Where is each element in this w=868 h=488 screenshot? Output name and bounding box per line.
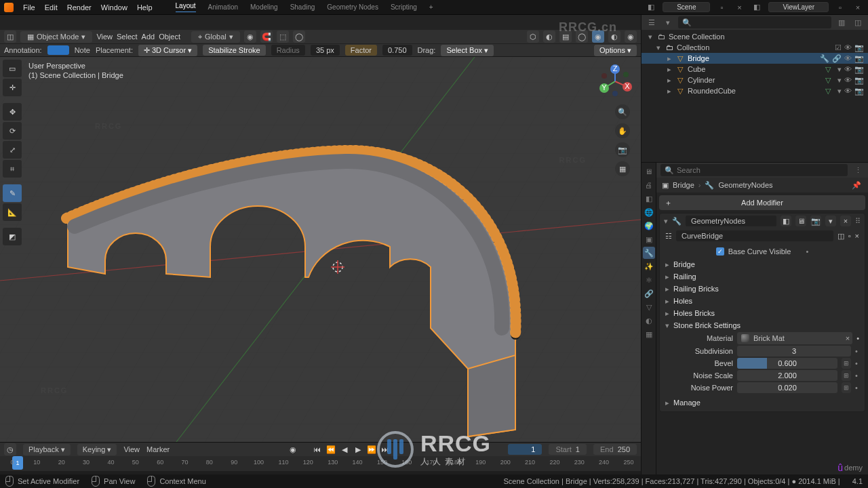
hide-toggle-icon[interactable]: 👁 [844, 54, 852, 63]
section-stone-brick-settings[interactable]: ▾Stone Brick Settings [660, 319, 865, 331]
section-bridge[interactable]: ▸Bridge [660, 258, 865, 270]
section-railing[interactable]: ▸Railing [660, 270, 865, 283]
tab-shading[interactable]: Shading [290, 3, 315, 11]
tree-item-bridge[interactable]: ▸ ▽ Bridge 🔧 🔗 👁📷 [642, 53, 868, 64]
material-clear-icon[interactable]: × [846, 334, 850, 342]
timeline-editor-icon[interactable]: ◷ [4, 443, 16, 455]
menu-render[interactable]: Render [67, 3, 92, 12]
base-curve-visible-row[interactable]: ✓ Base Curve Visible • [660, 245, 865, 258]
outliner-tree[interactable]: ▾ 🗀 Scene Collection ▾ 🗀 Collection ☑👁📷 … [642, 30, 868, 162]
scene-new-icon[interactable]: ▫ [715, 1, 728, 14]
ptab-material-icon[interactable]: ◐ [643, 314, 655, 327]
disable-render-icon[interactable]: 📷 [854, 54, 864, 63]
ptab-data-icon[interactable]: ▽ [643, 301, 655, 313]
tab-scripting[interactable]: Scripting [391, 3, 417, 11]
outliner-new-collection-icon[interactable]: ◫ [852, 16, 864, 28]
tree-item-cylinder[interactable]: ▸ ▽ Cylinder ▽ ▾👁📷 [642, 75, 868, 85]
ng-unlink-icon[interactable]: × [855, 232, 859, 240]
end-frame-field[interactable]: End 250 [593, 444, 637, 455]
snap-toggle[interactable]: 🧲 [260, 30, 273, 43]
tool-annotate[interactable]: ✎ [3, 184, 22, 202]
tree-item-cube[interactable]: ▸ ▽ Cube ▽ ▾👁📷 [642, 64, 868, 75]
overlays-toggle-icon[interactable]: ◐ [543, 30, 555, 43]
hide-toggle-icon[interactable]: 👁 [844, 65, 852, 74]
pivot-icon[interactable]: ◉ [244, 30, 256, 43]
menu-file[interactable]: File [23, 3, 35, 12]
nodetree-icon[interactable]: ☷ [665, 232, 672, 241]
menu-help[interactable]: Help [137, 3, 153, 12]
viewport-menu-add[interactable]: Add [142, 33, 155, 41]
play-icon[interactable]: ▶ [353, 444, 363, 455]
3d-viewport[interactable]: ▭ ✛ ✥ ⟳ ⤢ ⌗ ✎ 📐 ◩ User Perspective (1) S… [0, 57, 641, 442]
timeline-menu-view[interactable]: View [123, 445, 140, 453]
mod-extras-icon[interactable]: ▾ [825, 216, 836, 226]
viewlayer-new-icon[interactable]: ▫ [834, 1, 846, 14]
scene-delete-icon[interactable]: × [733, 1, 745, 14]
disable-render-icon[interactable]: 📷 [854, 87, 864, 96]
tab-modeling[interactable]: Modeling [250, 3, 278, 11]
zoom-icon[interactable]: 🔍 [615, 104, 630, 119]
noise-power-field[interactable]: 0.020 [737, 382, 837, 393]
tool-measure[interactable]: 📐 [3, 203, 22, 221]
outliner-search[interactable]: 🔍 [678, 16, 831, 28]
hide-toggle-icon[interactable]: 👁 [844, 76, 852, 85]
menu-window[interactable]: Window [101, 3, 127, 12]
checkbox-checked-icon[interactable]: ✓ [716, 247, 724, 256]
breadcrumb-modifier[interactable]: GeometryNodes [718, 181, 772, 189]
material-field[interactable]: Brick Mat × [737, 332, 852, 344]
drag-select[interactable]: Select Box ▾ [441, 45, 494, 56]
scene-name-field[interactable]: Scene [663, 2, 710, 12]
ptab-particles-icon[interactable]: ✨ [643, 260, 655, 272]
proportional-edit-icon[interactable]: ◯ [293, 30, 305, 43]
shading-rendered-icon[interactable]: ◉ [625, 30, 637, 43]
tree-scene-collection[interactable]: ▾ 🗀 Scene Collection [642, 31, 868, 42]
mod-delete-icon[interactable]: × [840, 216, 851, 226]
hide-toggle-icon[interactable]: 👁 [844, 87, 852, 96]
autokey-toggle-icon[interactable]: ◉ [288, 444, 298, 455]
timeline-menu-playback[interactable]: Playback ▾ [23, 444, 71, 455]
pan-icon[interactable]: ✋ [615, 123, 630, 138]
current-frame-field[interactable]: 1 [508, 444, 542, 455]
noise-scale-field[interactable]: 2.000 [737, 370, 837, 381]
exclude-toggle-icon[interactable]: ☑ [835, 43, 842, 52]
add-modifier-button[interactable]: ＋ Add Modifier [659, 195, 865, 210]
jump-start-icon[interactable]: ⏮ [312, 444, 323, 455]
placement-select[interactable]: ✛ 3D Cursor ▾ [138, 45, 197, 56]
outliner-filter-icon[interactable]: ▥ [835, 16, 848, 28]
ptab-modifiers-icon[interactable]: 🔧 [643, 247, 655, 259]
viewlayer-delete-icon[interactable]: × [852, 1, 864, 14]
disable-render-icon[interactable]: 📷 [854, 76, 864, 85]
camera-view-icon[interactable]: 📷 [615, 142, 630, 157]
snap-target-icon[interactable]: ⬚ [277, 30, 289, 43]
section-manage[interactable]: ▸Manage [660, 396, 865, 409]
ng-new-icon[interactable]: ▫ [848, 232, 851, 240]
menu-edit[interactable]: Edit [45, 3, 58, 12]
breadcrumb-object[interactable]: Bridge [673, 181, 694, 189]
ptab-constraints-icon[interactable]: 🔗 [643, 287, 655, 300]
timeline-menu-marker[interactable]: Marker [146, 445, 170, 453]
attribute-toggle-icon[interactable]: ⊞ [842, 358, 851, 369]
tree-item-roundedcube[interactable]: ▸ ▽ RoundedCube ▽ ▾👁📷 [642, 85, 868, 96]
section-holes[interactable]: ▸Holes [660, 295, 865, 307]
stabilize-toggle[interactable]: Stabilize Stroke [203, 45, 265, 56]
viewlayer-browse-icon[interactable]: ◧ [751, 1, 763, 14]
ptab-viewlayer-icon[interactable]: ◧ [643, 192, 655, 205]
jump-prev-key-icon[interactable]: ⏪ [326, 444, 336, 455]
tool-cursor[interactable]: ✛ [3, 79, 22, 96]
tool-move[interactable]: ✥ [3, 103, 22, 121]
overlays-gizmo-icon[interactable]: ⬡ [527, 30, 539, 43]
tool-transform[interactable]: ⌗ [3, 160, 22, 178]
pin-icon[interactable]: 📌 [850, 179, 863, 191]
modifier-header[interactable]: ▾ 🔧 GeometryNodes ◧ 🖥 📷 ▾ × ⠿ [660, 214, 865, 228]
factor-value[interactable]: 0.750 [382, 45, 412, 56]
ptab-object-icon[interactable]: ▣ [643, 233, 655, 245]
tab-layout[interactable]: Layout [176, 2, 196, 12]
radius-value[interactable]: 35 px [311, 45, 340, 56]
disable-render-icon[interactable]: 📷 [854, 43, 864, 52]
outliner-editor-icon[interactable]: ☰ [646, 16, 658, 28]
attribute-toggle-icon[interactable]: ⊞ [842, 370, 851, 381]
start-frame-field[interactable]: Start 1 [549, 444, 586, 455]
bevel-field[interactable]: 0.600 [737, 358, 837, 369]
mode-select[interactable]: ▦Object Mode▾ [20, 31, 92, 43]
subdivision-field[interactable]: 3 [737, 346, 851, 357]
